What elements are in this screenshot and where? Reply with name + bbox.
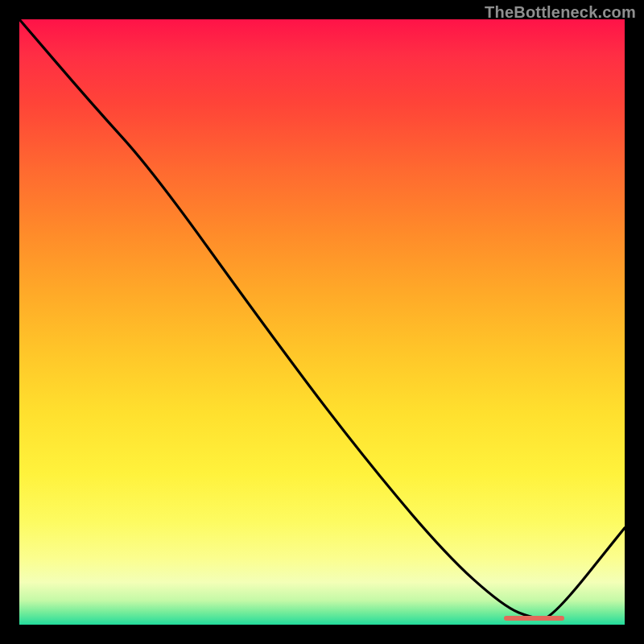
watermark-text: TheBottleneck.com bbox=[485, 3, 636, 22]
bottleneck-curve bbox=[19, 19, 625, 625]
optimal-range-marker bbox=[504, 616, 564, 621]
curve-path bbox=[19, 19, 625, 618]
plot-area bbox=[19, 19, 625, 625]
chart-frame: TheBottleneck.com bbox=[0, 0, 644, 644]
